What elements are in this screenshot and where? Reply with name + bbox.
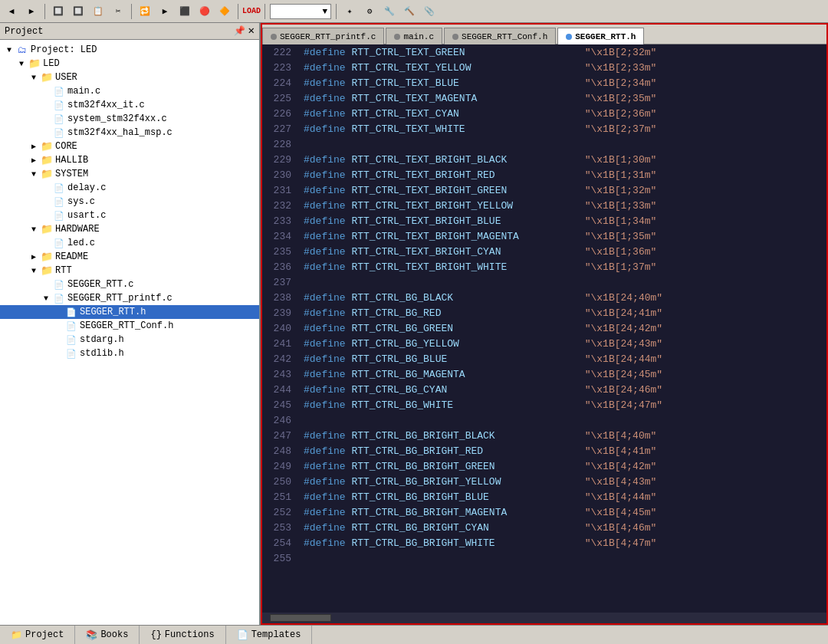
- line-number: 225: [262, 93, 299, 104]
- tree-label-hal-msp: stm32f4xx_hal_msp.c: [67, 127, 172, 138]
- expand-hallib[interactable]: ▶: [28, 156, 40, 165]
- expand-led[interactable]: ▼: [15, 60, 28, 68]
- tree-item-user[interactable]: ▼ 📁 USER: [0, 71, 259, 84]
- tab-segger-rtt-printf-c[interactable]: SEGGER_RTT_printf.c: [262, 28, 384, 44]
- toolbar-btn-2[interactable]: 🔲: [70, 3, 87, 20]
- tree-item-rtt[interactable]: ▼ 📁 RTT: [0, 264, 259, 278]
- expand-project[interactable]: ▼: [3, 46, 15, 54]
- expand-core[interactable]: ▶: [28, 142, 40, 151]
- code-line-243: 243#define RTT_CTRL_BG_MAGENTA "\x1B[24;…: [262, 366, 826, 382]
- expand-rtt[interactable]: ▼: [28, 267, 40, 275]
- tree-item-stm32-it[interactable]: 📄 stm32f4xx_it.c: [0, 98, 259, 112]
- tree-item-segger-conf-h[interactable]: 📄 SEGGER_RTT_Conf.h: [0, 319, 259, 333]
- project-tree[interactable]: ▼ 🗂 Project: LED ▼ 📁 LED ▼ 📁 USER �: [0, 40, 259, 625]
- code-line-232: 232#define RTT_CTRL_TEXT_BRIGHT_YELLOW "…: [262, 198, 826, 213]
- file-hal-msp-icon: 📄: [52, 127, 66, 139]
- toolbar-btn-5[interactable]: 🔁: [136, 3, 153, 20]
- bottom-tab-functions[interactable]: {} Functions: [140, 626, 225, 644]
- close-panel-button[interactable]: ✕: [248, 25, 255, 37]
- tree-item-hardware[interactable]: ▼ 📁 HARDWARE: [0, 222, 259, 236]
- tree-item-system-stm32[interactable]: 📄 system_stm32f4xx.c: [0, 112, 259, 126]
- folder-hardware-icon: 📁: [40, 223, 54, 235]
- file-led-c-icon: 📄: [52, 237, 66, 249]
- toolbar-extra-5[interactable]: 📎: [421, 3, 438, 20]
- tree-item-hal-msp[interactable]: 📄 stm32f4xx_hal_msp.c: [0, 126, 259, 140]
- functions-tab-icon: {}: [150, 629, 161, 640]
- expand-system[interactable]: ▼: [28, 170, 40, 179]
- hscroll-thumb[interactable]: [270, 614, 331, 622]
- expand-segger-printf[interactable]: ▼: [40, 294, 52, 303]
- tree-label-stdarg-h: stdarg.h: [80, 334, 124, 345]
- tree-item-usart-c[interactable]: 📄 usart.c: [0, 209, 259, 222]
- bottom-tab-templates[interactable]: 📄 Templates: [226, 626, 313, 644]
- code-line-254: 254#define RTT_CTRL_BG_BRIGHT_WHITE "\x1…: [262, 535, 826, 550]
- bottom-tab-books[interactable]: 📚 Books: [75, 626, 140, 644]
- code-line-233: 233#define RTT_CTRL_TEXT_BRIGHT_BLUE "\x…: [262, 213, 826, 228]
- toolbar-btn-9[interactable]: 🔶: [216, 3, 233, 20]
- toolbar-extra-2[interactable]: ⚙: [361, 3, 378, 20]
- code-line-239: 239#define RTT_CTRL_BG_RED "\x1B[24;41m": [262, 305, 826, 320]
- toolbar-extra-3[interactable]: 🔧: [381, 3, 398, 20]
- toolbar-btn-1[interactable]: 🔲: [50, 3, 67, 20]
- toolbar-extra-4[interactable]: 🔨: [401, 3, 418, 20]
- bottom-tab-project[interactable]: 📁 Project: [0, 626, 75, 644]
- tree-label-rtt: RTT: [55, 265, 72, 276]
- code-editor[interactable]: 222#define RTT_CTRL_TEXT_GREEN "\x1B[2;3…: [262, 44, 826, 613]
- line-content: #define RTT_CTRL_TEXT_BRIGHT_YELLOW "\x1…: [299, 200, 826, 212]
- tree-item-stdlib-h[interactable]: 📄 stdlib.h: [0, 347, 259, 360]
- tree-item-system[interactable]: ▼ 📁 SYSTEM: [0, 167, 259, 181]
- code-line-234: 234#define RTT_CTRL_TEXT_BRIGHT_MAGENTA …: [262, 228, 826, 244]
- tree-item-delay-c[interactable]: 📄 delay.c: [0, 181, 259, 195]
- line-content: #define RTT_CTRL_TEXT_MAGENTA "\x1B[2;35…: [299, 93, 826, 104]
- tree-label-segger-rtt-c: SEGGER_RTT.c: [67, 279, 133, 290]
- toolbar-forward[interactable]: ▶: [23, 3, 40, 20]
- project-header: Project 📌 ✕: [0, 23, 259, 40]
- line-number: 236: [262, 261, 299, 273]
- expand-readme[interactable]: ▶: [28, 252, 40, 261]
- line-content: #define RTT_CTRL_TEXT_WHITE "\x1B[2;37m": [299, 123, 826, 135]
- toolbar-btn-4[interactable]: ✂: [110, 3, 127, 20]
- line-content: #define RTT_CTRL_TEXT_YELLOW "\x1B[2;33m…: [299, 62, 826, 74]
- tree-label-system-stm32: system_stm32f4xx.c: [67, 113, 167, 124]
- tree-item-segger-rtt-c[interactable]: 📄 SEGGER_RTT.c: [0, 278, 259, 291]
- tree-item-main-c[interactable]: 📄 main.c: [0, 84, 259, 98]
- toolbar-btn-8[interactable]: 🔴: [196, 3, 213, 20]
- tree-item-sys-c[interactable]: 📄 sys.c: [0, 195, 259, 209]
- toolbar-load-icon[interactable]: LOAD: [243, 3, 260, 20]
- target-combo[interactable]: ▼: [270, 4, 331, 19]
- toolbar-btn-3[interactable]: 📋: [90, 3, 107, 20]
- line-number: 253: [262, 522, 299, 534]
- pin-icon[interactable]: 📌: [234, 25, 245, 37]
- file-delay-c-icon: 📄: [52, 182, 66, 194]
- folder-hallib-icon: 📁: [40, 154, 54, 166]
- toolbar-btn-7[interactable]: ⬛: [176, 3, 193, 20]
- expand-user[interactable]: ▼: [28, 74, 40, 82]
- tree-label-hallib: HALLIB: [55, 155, 88, 166]
- toolbar-extra-1[interactable]: ✦: [341, 3, 358, 20]
- tree-item-hallib[interactable]: ▶ 📁 HALLIB: [0, 153, 259, 167]
- code-line-226: 226#define RTT_CTRL_TEXT_CYAN "\x1B[2;36…: [262, 106, 826, 121]
- tree-item-readme[interactable]: ▶ 📁 README: [0, 250, 259, 264]
- tree-item-segger-rtt-h[interactable]: 📄 SEGGER_RTT.h: [0, 305, 259, 319]
- tree-item-segger-rtt-printf-c[interactable]: ▼ 📄 SEGGER_RTT_printf.c: [0, 291, 259, 305]
- tab-main-c[interactable]: main.c: [386, 28, 442, 44]
- line-number: 249: [262, 461, 299, 472]
- tree-label-led: LED: [43, 58, 60, 69]
- toolbar-back[interactable]: ◀: [3, 3, 20, 20]
- folder-readme-icon: 📁: [40, 251, 54, 263]
- tree-item-stdarg-h[interactable]: 📄 stdarg.h: [0, 333, 259, 347]
- code-line-224: 224#define RTT_CTRL_TEXT_BLUE "\x1B[2;34…: [262, 75, 826, 90]
- tree-item-led[interactable]: ▼ 📁 LED: [0, 57, 259, 71]
- code-line-248: 248#define RTT_CTRL_BG_BRIGHT_RED "\x1B[…: [262, 443, 826, 458]
- line-number: 238: [262, 292, 299, 304]
- tree-item-core[interactable]: ▶ 📁 CORE: [0, 140, 259, 153]
- tab-segger-rtt-h[interactable]: SEGGER_RTT.h: [557, 28, 644, 44]
- tree-item-led-c[interactable]: 📄 led.c: [0, 236, 259, 250]
- tree-item-project-led[interactable]: ▼ 🗂 Project: LED: [0, 43, 259, 57]
- toolbar-btn-6[interactable]: ▶: [156, 3, 173, 20]
- tree-label-system: SYSTEM: [55, 169, 88, 179]
- code-line-240: 240#define RTT_CTRL_BG_GREEN "\x1B[24;42…: [262, 320, 826, 336]
- editor-panel: SEGGER_RTT_printf.c main.c SEGGER_RTT_Co…: [261, 23, 828, 625]
- expand-hardware[interactable]: ▼: [28, 225, 40, 234]
- tab-segger-conf-h[interactable]: SEGGER_RTT_Conf.h: [444, 28, 556, 44]
